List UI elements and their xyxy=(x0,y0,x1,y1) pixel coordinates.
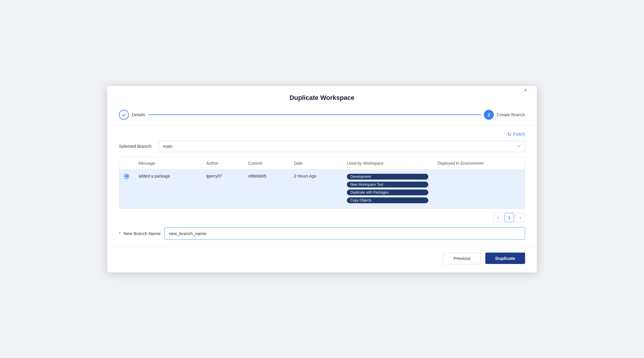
table-header: Message Author Commit Date Used by Works… xyxy=(119,157,525,170)
step-2: 2 Create Branch xyxy=(484,110,525,120)
step-2-label: Create Branch xyxy=(497,112,525,117)
modal-header: Duplicate Workspace × xyxy=(107,86,537,102)
col-used-by: Used by Workspace xyxy=(342,157,433,170)
tag-duplicate-with-packages: Duplicate with Packages xyxy=(347,190,428,195)
col-date: Date xyxy=(289,157,342,170)
modal-footer: Previous Duplicate xyxy=(107,246,537,272)
row-date: 2 Hours Ago xyxy=(289,169,342,208)
step-1-circle xyxy=(119,110,129,120)
col-author: Author xyxy=(202,157,244,170)
new-branch-name-row: * New Branch Name: xyxy=(119,227,525,240)
row-deployed xyxy=(433,169,525,208)
step-2-number: 2 xyxy=(488,112,490,117)
required-star: * xyxy=(119,231,121,236)
new-branch-name-label: New Branch Name: xyxy=(124,231,162,236)
tags-container: Development New Workspace Test Duplicate… xyxy=(347,174,428,204)
modal-body: ↻ Fetch Selected Branch: main develop fe… xyxy=(107,126,537,240)
row-used-by: Development New Workspace Test Duplicate… xyxy=(342,169,433,208)
fetch-button[interactable]: ↻ Fetch xyxy=(507,131,525,138)
next-page-button[interactable]: › xyxy=(516,213,525,222)
page-1-button[interactable]: 1 xyxy=(505,213,514,222)
branch-select[interactable]: main develop feature/test xyxy=(159,140,525,152)
step-1-label: Details xyxy=(132,112,145,117)
commits-table-container: Message Author Commit Date Used by Works… xyxy=(119,157,525,209)
prev-page-button[interactable]: ‹ xyxy=(494,213,503,222)
branch-selector-label: Selected Branch: xyxy=(119,144,154,149)
table-body: added a package tjperry07 e88eb805 2 Hou… xyxy=(119,169,525,208)
col-deployed: Deployed In Environment xyxy=(433,157,525,170)
previous-button[interactable]: Previous xyxy=(443,252,481,264)
fetch-label: Fetch xyxy=(513,132,525,137)
step-2-circle: 2 xyxy=(484,110,494,120)
refresh-icon: ↻ xyxy=(507,131,512,138)
duplicate-button[interactable]: Duplicate xyxy=(485,253,525,264)
row-radio-cell[interactable] xyxy=(119,169,134,208)
commits-table: Message Author Commit Date Used by Works… xyxy=(119,157,525,208)
fetch-row: ↻ Fetch xyxy=(119,131,525,138)
pagination: ‹ 1 › xyxy=(119,213,525,222)
new-branch-name-input[interactable] xyxy=(165,227,525,240)
radio-button-selected[interactable] xyxy=(124,174,129,179)
row-author: tjperry07 xyxy=(202,169,244,208)
tag-development: Development xyxy=(347,174,428,180)
step-line xyxy=(148,114,481,115)
col-commit: Commit xyxy=(243,157,289,170)
step-1: Details xyxy=(119,110,145,120)
checkmark-icon xyxy=(122,112,126,117)
duplicate-workspace-modal: Duplicate Workspace × Details 2 Create B… xyxy=(107,86,537,272)
row-message: added a package xyxy=(134,169,202,208)
row-commit: e88eb805 xyxy=(243,169,289,208)
branch-selector-row: Selected Branch: main develop feature/te… xyxy=(119,140,525,152)
col-message: Message xyxy=(134,157,202,170)
close-button[interactable]: × xyxy=(521,86,530,95)
tag-new-workspace-test: New Workspace Test xyxy=(347,182,428,187)
col-radio xyxy=(119,157,134,170)
radio-inner xyxy=(125,175,128,178)
tag-copy-objects: Copy Objects xyxy=(347,197,428,203)
stepper: Details 2 Create Branch xyxy=(107,102,537,126)
modal-title: Duplicate Workspace xyxy=(290,94,354,102)
table-row[interactable]: added a package tjperry07 e88eb805 2 Hou… xyxy=(119,169,525,208)
